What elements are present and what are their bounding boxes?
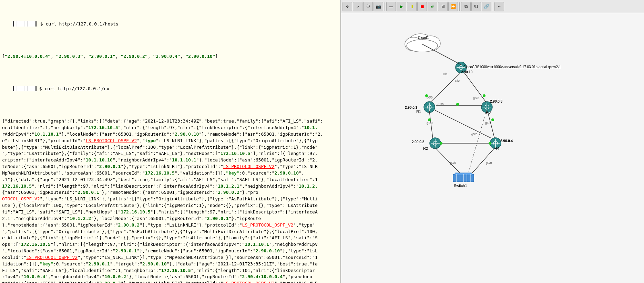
cloud-torouter-link <box>422 44 461 65</box>
r1-ip: 2.90.0.1 <box>405 106 418 109</box>
toolbar-separator-1 <box>385 2 385 11</box>
topology-area[interactable]: Cloud1 2.90.10 Gi1 Gi2 CiscoCRS1000vcsr1… <box>341 13 644 283</box>
r2-switch-link <box>435 147 460 173</box>
paste-tool-button[interactable]: 01 <box>471 2 481 11</box>
prompt-2: ████████ <box>13 86 37 91</box>
r1-label: R1 <box>416 109 421 114</box>
toprouter-r1-link <box>431 73 460 102</box>
r2-label: R2 <box>423 146 428 150</box>
g10-r1-r3: g1/0 <box>438 103 444 106</box>
pointer-tool-button[interactable]: ↗ <box>353 2 362 11</box>
cloud1-label: Cloud1 <box>418 36 429 40</box>
move-tool-button[interactable]: ✥ <box>343 2 352 11</box>
forward-tool-button[interactable]: ⏩ <box>448 2 458 11</box>
toolbar-separator-3 <box>493 2 493 11</box>
terminal-line-2: ████████ $ curl http://127.0.0.1/nx <box>2 79 338 99</box>
right-panel: ✥ ↗ ⏱ 📷 — ▶ ⏸ ⏹ ↺ 🖥 ⏩ ⧉ 01 🔗 ↩ Cloud1 <box>341 0 644 283</box>
stop-tool-button[interactable]: ⏹ <box>417 2 427 11</box>
prompt-1: ████████ <box>13 21 37 27</box>
link-dot-6 <box>440 142 442 145</box>
r4-ip: 2.90.0.4 <box>500 139 513 143</box>
copy-tool-button[interactable]: ⧉ <box>461 2 471 11</box>
history-tool-button[interactable]: ⏱ <box>363 2 373 11</box>
undo-tool-button[interactable]: ↩ <box>494 2 504 11</box>
svg-point-3 <box>407 40 438 52</box>
r4-switch-link <box>472 147 495 173</box>
g00-r3-top: g0/0 <box>473 96 479 100</box>
r3-r4-link <box>488 111 494 138</box>
play-tool-button[interactable]: ▶ <box>397 2 406 11</box>
toolbar: ✥ ↗ ⏱ 📷 — ▶ ⏸ ⏹ ↺ 🖥 ⏩ ⧉ 01 🔗 ↩ <box>341 0 644 13</box>
json-line-1: {"directed":true,"graph":{},"links":[{"d… <box>2 118 338 283</box>
toolbar-separator-2 <box>459 2 460 11</box>
link-tool-button[interactable]: 🔗 <box>482 2 491 11</box>
link-dot-4 <box>491 118 494 121</box>
link-dot-3 <box>428 118 431 121</box>
pause-tool-button[interactable]: ⏸ <box>407 2 417 11</box>
topology-svg: Cloud1 2.90.10 Gi1 Gi2 CiscoCRS1000vcsr1… <box>341 13 644 283</box>
r4-label: R4 <box>494 146 499 150</box>
g10-r3: g1/0 <box>485 121 491 125</box>
reload-tool-button[interactable]: ↺ <box>428 2 437 11</box>
cisco-device-label: CiscoCRS1000vcsr1000v-universalk9.17.03.… <box>463 65 561 69</box>
r2-node[interactable] <box>430 138 441 149</box>
g50-r3: g5/0 <box>471 133 478 136</box>
r1-r2-link <box>429 111 433 138</box>
cloud1-node[interactable]: Cloud1 <box>405 34 440 52</box>
screenshot-tool-button[interactable]: 📷 <box>374 2 383 11</box>
cmd-dollar-2: $ curl http://127.0.0.1/nx <box>37 86 109 91</box>
cmd-dollar: $ curl http://127.0.0.1/hosts <box>38 21 119 27</box>
minus-tool-button[interactable]: — <box>386 2 396 11</box>
terminal-panel[interactable]: ████████ $ curl http://127.0.0.1/hosts [… <box>0 0 341 283</box>
console-tool-button[interactable]: 🖥 <box>438 2 448 11</box>
top-router-ip: 2.90.10 <box>461 70 473 74</box>
g10-r1: g1/0 <box>427 121 433 125</box>
link-dot-1 <box>425 94 428 97</box>
link-dot-7 <box>489 142 491 145</box>
r3-ip: 2.90.0.3 <box>490 99 503 103</box>
switch1-node[interactable] <box>453 173 474 182</box>
terminal-output-1: ["2.90.4:10.0.0.4", "2.90.0.3", "2.90.0.… <box>2 53 338 60</box>
r2-ip: 2.90.0.2 <box>412 140 425 144</box>
r3-switch-link <box>469 110 487 172</box>
g00-r2-sw: g0/0 <box>450 161 456 165</box>
gi1-label: Gi1 <box>443 72 448 76</box>
r1-node[interactable] <box>424 102 435 113</box>
g00-r4-sw: g0/0 <box>486 161 492 165</box>
gi2-label: Gi2 <box>455 79 460 83</box>
terminal-line-1: ████████ $ curl http://127.0.0.1/hosts <box>2 14 338 34</box>
switch1-label: Switch1 <box>454 184 467 188</box>
link-dot-5 <box>456 103 459 106</box>
link-dot-2 <box>483 94 485 97</box>
